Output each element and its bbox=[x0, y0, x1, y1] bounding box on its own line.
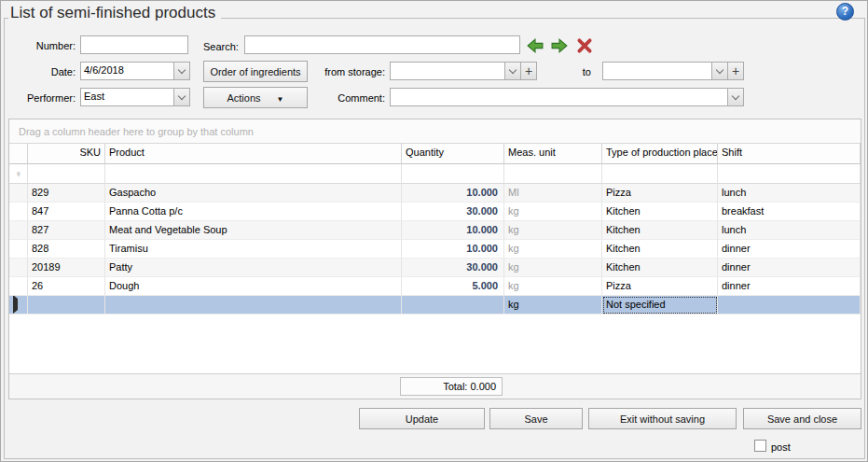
date-dropdown-button[interactable] bbox=[173, 63, 189, 79]
search-input[interactable] bbox=[244, 35, 520, 54]
cell-shift[interactable] bbox=[718, 296, 861, 315]
column-header-shift[interactable]: Shift bbox=[718, 144, 861, 164]
grid-group-panel[interactable]: Drag a column header here to group by th… bbox=[9, 119, 861, 144]
column-header-quantity[interactable]: Quantity bbox=[402, 144, 504, 164]
date-value: 4/6/2018 bbox=[81, 63, 173, 79]
row-indicator bbox=[9, 184, 28, 203]
post-checkbox[interactable] bbox=[754, 440, 766, 452]
performer-dropdown-button[interactable] bbox=[173, 89, 189, 105]
filter-type-input[interactable] bbox=[602, 164, 718, 184]
save-and-close-button[interactable]: Save and close bbox=[743, 408, 861, 429]
cell-type-focused[interactable]: Not specified bbox=[602, 296, 718, 315]
performer-select[interactable]: East bbox=[80, 88, 190, 106]
cell-product[interactable]: Panna Cotta p/c bbox=[105, 203, 402, 221]
filter-sku-input[interactable] bbox=[28, 164, 105, 184]
from-storage-dropdown-button[interactable] bbox=[504, 63, 520, 79]
cell-meas-unit[interactable]: kg bbox=[504, 240, 602, 259]
cell-meas-unit[interactable]: kg bbox=[504, 259, 602, 277]
cell-product[interactable]: Tiramisu bbox=[105, 240, 402, 259]
cell-meas-unit[interactable]: kg bbox=[504, 296, 602, 315]
cell-meas-unit[interactable]: kg bbox=[504, 203, 602, 221]
filter-meas-unit-input[interactable] bbox=[504, 164, 602, 184]
comment-value bbox=[391, 89, 727, 105]
clear-search-icon[interactable] bbox=[576, 37, 593, 54]
dropdown-arrow-icon: ▼ bbox=[277, 95, 284, 104]
cell-type[interactable]: Pizza bbox=[602, 277, 718, 296]
cell-shift[interactable]: breakfast bbox=[718, 203, 861, 221]
cell-quantity[interactable]: 10.000 bbox=[402, 221, 504, 240]
page-title: List of semi-finished products bbox=[8, 4, 221, 24]
cell-meas-unit[interactable]: kg bbox=[504, 277, 602, 296]
cell-product[interactable]: Meat and Vegetable Soup bbox=[105, 221, 402, 240]
table-row[interactable]: 847 Panna Cotta p/c 30.000 kg Kitchen br… bbox=[9, 203, 861, 221]
add-to-storage-button[interactable]: + bbox=[727, 63, 743, 79]
cell-shift[interactable]: lunch bbox=[718, 184, 861, 203]
column-header-meas-unit[interactable]: Meas. unit bbox=[504, 144, 602, 164]
grid-empty-area bbox=[9, 315, 861, 373]
to-storage-dropdown-button[interactable] bbox=[711, 63, 727, 79]
number-label: Number: bbox=[10, 39, 76, 52]
cell-quantity[interactable] bbox=[402, 296, 504, 315]
table-row[interactable]: 829 Gaspacho 10.000 Ml Pizza lunch bbox=[9, 184, 861, 203]
cell-shift[interactable]: dinner bbox=[718, 259, 861, 277]
cell-meas-unit[interactable]: kg bbox=[504, 221, 602, 240]
table-row[interactable]: 827 Meat and Vegetable Soup 10.000 kg Ki… bbox=[9, 221, 861, 240]
column-header-product[interactable]: Product bbox=[105, 144, 402, 164]
cell-type[interactable]: Kitchen bbox=[602, 221, 718, 240]
filter-quantity-input[interactable] bbox=[402, 164, 504, 184]
from-storage-select[interactable]: + bbox=[390, 62, 537, 80]
date-select[interactable]: 4/6/2018 bbox=[80, 62, 190, 80]
cell-product[interactable] bbox=[105, 296, 402, 315]
column-header-sku[interactable]: SKU bbox=[28, 144, 105, 164]
save-button[interactable]: Save bbox=[489, 408, 583, 429]
cell-sku[interactable]: 847 bbox=[28, 203, 105, 221]
cell-quantity[interactable]: 30.000 bbox=[402, 259, 504, 277]
cell-sku[interactable]: 827 bbox=[28, 221, 105, 240]
cell-product[interactable]: Dough bbox=[105, 277, 402, 296]
table-row[interactable]: 828 Tiramisu 10.000 kg Kitchen dinner bbox=[9, 240, 861, 259]
to-storage-select[interactable]: + bbox=[602, 62, 744, 80]
cell-sku[interactable]: 828 bbox=[28, 240, 105, 259]
cell-product[interactable]: Patty bbox=[105, 259, 402, 277]
search-prev-arrow-icon[interactable] bbox=[527, 37, 544, 54]
help-icon[interactable]: ? bbox=[836, 3, 854, 21]
cell-type[interactable]: Pizza bbox=[602, 184, 718, 203]
cell-quantity[interactable]: 30.000 bbox=[402, 203, 504, 221]
cell-quantity[interactable]: 10.000 bbox=[402, 184, 504, 203]
comment-select[interactable] bbox=[390, 88, 744, 106]
comment-dropdown-button[interactable] bbox=[727, 89, 743, 105]
exit-without-saving-button[interactable]: Exit without saving bbox=[588, 408, 737, 429]
cell-product[interactable]: Gaspacho bbox=[105, 184, 402, 203]
table-row-new-selected[interactable]: kg Not specified bbox=[9, 296, 861, 315]
number-input[interactable] bbox=[80, 35, 188, 54]
cell-shift[interactable]: dinner bbox=[718, 240, 861, 259]
filter-product-input[interactable] bbox=[105, 164, 402, 184]
cell-meas-unit[interactable]: Ml bbox=[504, 184, 602, 203]
chevron-down-icon bbox=[732, 91, 739, 99]
from-storage-label: from storage: bbox=[309, 65, 385, 78]
order-of-ingredients-button[interactable]: Order of ingredients bbox=[203, 61, 308, 82]
update-button[interactable]: Update bbox=[359, 408, 485, 429]
add-from-storage-button[interactable]: + bbox=[520, 63, 536, 79]
cell-type[interactable]: Kitchen bbox=[602, 203, 718, 221]
table-row[interactable]: 26 Dough 5.000 kg Pizza dinner bbox=[9, 277, 861, 296]
cell-quantity[interactable]: 5.000 bbox=[402, 277, 504, 296]
chevron-down-icon bbox=[178, 65, 186, 73]
cell-sku[interactable]: 26 bbox=[28, 277, 105, 296]
to-storage-value bbox=[603, 63, 711, 79]
table-row[interactable]: 20189 Patty 30.000 kg Kitchen dinner bbox=[9, 259, 861, 277]
cell-type[interactable]: Kitchen bbox=[602, 259, 718, 277]
column-header-type-of-production-place[interactable]: Type of production place bbox=[602, 144, 718, 164]
grid-filter-row: ♀ bbox=[9, 164, 861, 184]
cell-sku[interactable]: 829 bbox=[28, 184, 105, 203]
post-checkbox-label: post bbox=[771, 441, 791, 454]
cell-quantity[interactable]: 10.000 bbox=[402, 240, 504, 259]
cell-sku[interactable] bbox=[28, 296, 105, 315]
cell-type[interactable]: Kitchen bbox=[602, 240, 718, 259]
filter-shift-input[interactable] bbox=[718, 164, 861, 184]
actions-button[interactable]: Actions ▼ bbox=[203, 87, 308, 108]
search-next-arrow-icon[interactable] bbox=[551, 37, 568, 54]
cell-shift[interactable]: lunch bbox=[718, 221, 861, 240]
cell-shift[interactable]: dinner bbox=[718, 277, 861, 296]
cell-sku[interactable]: 20189 bbox=[28, 259, 105, 277]
